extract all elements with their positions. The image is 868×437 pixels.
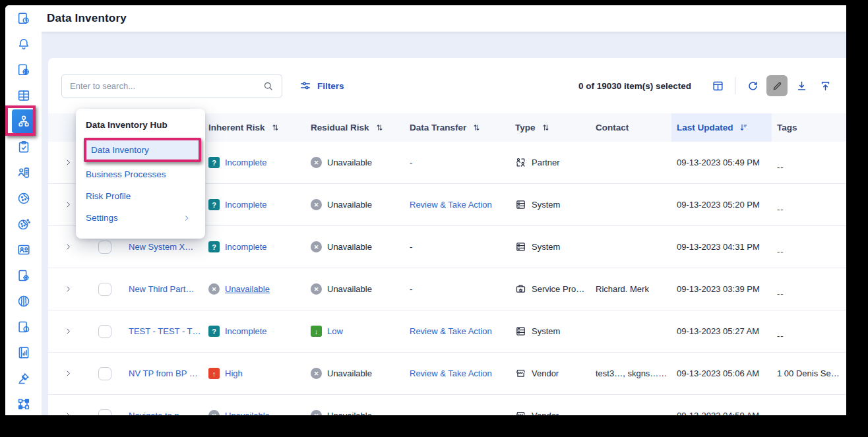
row-expand-chevron-icon[interactable] <box>64 369 73 378</box>
ledger-chart-icon <box>16 345 31 360</box>
sidebar-item-id-card[interactable] <box>5 237 42 262</box>
column-header-last-updated[interactable]: Last Updated <box>671 113 772 142</box>
submenu-chevron-icon <box>183 214 191 222</box>
residual-risk-label: Unavailable <box>327 158 372 167</box>
residual-risk-cell: ✕ Unavailable <box>305 410 404 415</box>
sidebar-item-data-grid[interactable] <box>5 82 42 108</box>
sidebar-item-document-globe[interactable] <box>5 57 42 82</box>
upload-icon[interactable] <box>815 76 835 96</box>
type-label: System <box>532 326 560 336</box>
sidebar-item-clipboard-check[interactable] <box>5 134 42 160</box>
inherent-risk-label[interactable]: Incomplete <box>225 242 267 252</box>
row-name-link[interactable]: New Third Part… <box>122 284 203 294</box>
sidebar-item-ledger-chart[interactable] <box>5 339 42 365</box>
residual-risk-label: Unavailable <box>327 411 372 415</box>
row-checkbox[interactable] <box>98 283 111 296</box>
inherent-risk-cell: ? Incomplete <box>203 157 305 168</box>
sidebar-item-document-clock[interactable] <box>5 5 42 31</box>
sort-icon <box>472 123 481 132</box>
download-icon[interactable] <box>791 76 811 96</box>
menu-item-settings[interactable]: Settings <box>76 207 205 229</box>
tags-cell: -- <box>772 196 846 214</box>
inherent-risk-label[interactable]: Unavailable <box>225 411 270 415</box>
row-checkbox[interactable] <box>98 241 111 254</box>
inherent-risk-label[interactable]: Incomplete <box>225 158 267 167</box>
toolbar-divider <box>735 77 735 94</box>
sort-icon <box>375 123 385 132</box>
system-type-icon <box>515 199 526 210</box>
row-expand-chevron-icon[interactable] <box>64 200 73 209</box>
row-name-link[interactable]: NV TP from BP … <box>122 368 203 378</box>
row-expand-chevron-icon[interactable] <box>64 327 73 335</box>
residual-risk-label: Unavailable <box>327 368 372 378</box>
globe-brain-icon <box>16 294 31 308</box>
columns-grid-icon[interactable] <box>708 76 728 96</box>
sidebar-item-document-gear[interactable] <box>5 262 42 288</box>
residual-risk-cell: ↓ Low <box>305 326 404 337</box>
cookie-icon <box>16 191 31 206</box>
tags-cell: -- <box>772 154 846 172</box>
column-header-residual-risk[interactable]: Residual Risk <box>305 123 404 132</box>
row-name-link[interactable]: TEST - TEST - T… <box>122 326 203 336</box>
residual-risk-label[interactable]: Low <box>327 326 343 336</box>
sidebar-item-gavel[interactable] <box>5 365 42 391</box>
menu-item-risk-profile[interactable]: Risk Profile <box>76 185 205 207</box>
sidebar-item-document-alert[interactable] <box>5 314 42 339</box>
inventory-org-chart-icon <box>12 109 36 133</box>
row-checkbox[interactable] <box>98 367 111 380</box>
type-label: Vendor <box>532 368 559 378</box>
row-expand-chevron-icon[interactable] <box>64 285 73 293</box>
cookie-settings-icon <box>16 217 31 231</box>
inherent-risk-label[interactable]: Unavailable <box>225 284 270 294</box>
data-transfer-value: - <box>410 284 412 294</box>
row-checkbox[interactable] <box>98 409 111 416</box>
data-transfer-value: - <box>410 158 412 167</box>
sidebar-item-cookie-settings[interactable] <box>5 211 42 237</box>
refresh-icon[interactable] <box>743 76 762 96</box>
row-expand-chevron-icon[interactable] <box>64 243 73 251</box>
search-icon[interactable] <box>263 80 274 92</box>
sidebar-item-inventory-org-chart[interactable] <box>5 108 42 134</box>
inherent-risk-label[interactable]: Incomplete <box>225 326 267 336</box>
sidebar-item-network-nodes[interactable] <box>5 391 42 415</box>
residual-risk-cell: ✕ Unavailable <box>305 241 404 252</box>
inherent-risk-label[interactable]: High <box>225 368 243 378</box>
data-transfer-link[interactable]: Review & Take Action <box>410 368 492 378</box>
column-header-type[interactable]: Type <box>510 123 590 132</box>
row-name-link[interactable]: Navigate to p… <box>122 411 203 415</box>
partner-type-icon <box>515 157 526 168</box>
data-transfer-link[interactable]: Review & Take Action <box>410 200 492 210</box>
residual-risk-label: Unavailable <box>327 242 372 252</box>
column-header-tags: Tags <box>772 123 846 132</box>
menu-item-label: Settings <box>86 213 118 223</box>
column-header-inherent-risk[interactable]: Inherent Risk <box>203 123 305 132</box>
app-sidebar <box>5 5 42 415</box>
row-expand-chevron-icon[interactable] <box>64 411 73 415</box>
sidebar-item-cookie[interactable] <box>5 185 42 211</box>
sidebar-item-globe-brain[interactable] <box>5 288 42 314</box>
menu-item-data-inventory[interactable]: Data Inventory <box>86 140 199 160</box>
document-gear-icon <box>16 268 31 283</box>
sidebar-item-notifications-bell[interactable] <box>5 31 42 57</box>
menu-item-label: Risk Profile <box>86 191 131 201</box>
edit-pencil-icon[interactable] <box>766 75 788 96</box>
column-header-data-transfer[interactable]: Data Transfer <box>404 123 510 132</box>
network-nodes-icon <box>16 397 31 411</box>
menu-item-business-processes[interactable]: Business Processes <box>76 163 205 185</box>
row-name-link[interactable]: New System X… <box>122 242 203 252</box>
search-box <box>61 74 282 98</box>
search-input[interactable] <box>70 81 263 91</box>
inherent-risk-cell: ↑ High <box>203 368 305 379</box>
inherent-risk-label[interactable]: Incomplete <box>225 200 267 210</box>
last-updated-cell: 09-13-2023 04:31 PM <box>671 242 772 252</box>
row-expand-chevron-icon[interactable] <box>64 158 73 167</box>
column-label: Inherent Risk <box>208 123 265 132</box>
filters-button[interactable]: Filters <box>299 80 344 92</box>
sidebar-item-subject-request-person[interactable] <box>5 160 42 185</box>
data-transfer-link[interactable]: Review & Take Action <box>410 326 492 336</box>
table-row: Navigate to p… ✕ Unavailable ✕ Unavailab… <box>48 395 846 415</box>
row-checkbox[interactable] <box>98 325 111 338</box>
column-label: Last Updated <box>677 123 733 132</box>
filters-icon <box>299 80 311 92</box>
type-label: Partner <box>532 158 560 167</box>
